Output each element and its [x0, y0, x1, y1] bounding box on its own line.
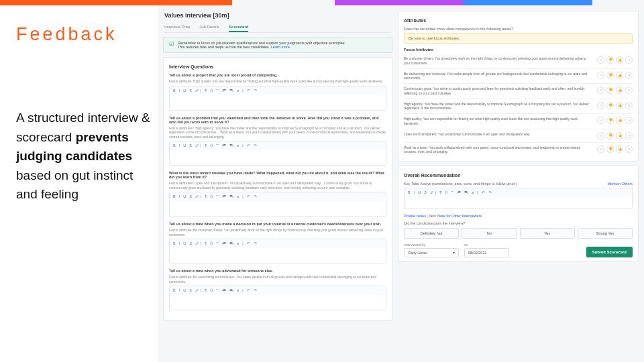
toolbar-𝒯-icon[interactable]: 𝒯	[195, 194, 197, 199]
toolbar-I-icon[interactable]: I	[179, 194, 180, 199]
toolbar-≡-icon[interactable]: ≡	[237, 194, 239, 199]
toolbar-|-icon[interactable]: |	[242, 143, 243, 148]
toolbar-¶-icon[interactable]: ¶	[205, 288, 207, 293]
rating-option[interactable]: 👍	[616, 72, 623, 79]
toolbar-¶-icon[interactable]: ¶	[439, 190, 441, 195]
toolbar-|-icon[interactable]: |	[201, 143, 201, 148]
editor-toolbar[interactable]: BIUS𝒯|¶⟨⟩“”≔≕≡|↶↷	[404, 188, 633, 197]
editor-toolbar[interactable]: BIUS𝒯|¶⟨⟩“”≔≕≡|↶↷	[169, 192, 386, 201]
toolbar-≡-icon[interactable]: ≡	[237, 288, 239, 293]
toolbar-≕-icon[interactable]: ≕	[229, 241, 233, 246]
toolbar-≡-icon[interactable]: ≡	[472, 190, 474, 195]
toolbar-U-icon[interactable]: U	[183, 288, 186, 293]
answer-editor[interactable]	[169, 295, 386, 310]
toolbar-𝒯-icon[interactable]: 𝒯	[430, 190, 432, 195]
toolbar-B-icon[interactable]: B	[173, 194, 176, 199]
toolbar-“”-icon[interactable]: “”	[216, 143, 219, 148]
tab-scorecard[interactable]: Scorecard	[229, 23, 248, 32]
toolbar-≕-icon[interactable]: ≕	[229, 194, 233, 199]
toolbar-S-icon[interactable]: S	[189, 194, 192, 199]
rating-option[interactable]: ★	[625, 132, 633, 139]
toolbar-|-icon[interactable]: |	[242, 288, 243, 293]
pass-option-definitely-not[interactable]: Definitely Not	[404, 228, 459, 239]
toolbar-↷-icon[interactable]: ↷	[254, 288, 257, 293]
answer-editor[interactable]	[169, 248, 386, 263]
toolbar-≔-icon[interactable]: ≔	[222, 288, 226, 293]
toolbar-U-icon[interactable]: U	[183, 143, 186, 148]
toolbar-↶-icon[interactable]: ↶	[247, 88, 250, 93]
toolbar-B-icon[interactable]: B	[408, 190, 411, 195]
toolbar-|-icon[interactable]: |	[201, 194, 201, 199]
rating-option[interactable]: 👎	[606, 117, 614, 124]
note-other-interviewers-link[interactable]: Note for Other Interviewers	[437, 214, 482, 218]
date-select[interactable]: 08/02/2021	[464, 248, 509, 257]
pass-option-no[interactable]: No	[462, 228, 517, 239]
toolbar-≡-icon[interactable]: ≡	[237, 88, 239, 93]
rating-option[interactable]: ⊘	[597, 145, 604, 153]
toolbar-≡-icon[interactable]: ≡	[237, 241, 239, 246]
rating-option[interactable]: ⊘	[597, 102, 604, 109]
toolbar-“”-icon[interactable]: “”	[451, 190, 453, 195]
toolbar-I-icon[interactable]: I	[179, 88, 180, 93]
rating-option[interactable]: ★	[625, 86, 633, 94]
tab-job-details[interactable]: Job Details	[199, 23, 219, 32]
toolbar-|-icon[interactable]: |	[201, 88, 201, 93]
rating-option[interactable]: 👎	[606, 145, 614, 153]
toolbar-↷-icon[interactable]: ↷	[254, 194, 257, 199]
toolbar-¶-icon[interactable]: ¶	[205, 194, 207, 199]
toolbar-↷-icon[interactable]: ↷	[254, 88, 257, 93]
rating-option[interactable]: 👎	[606, 72, 614, 79]
toolbar-⟨⟩-icon[interactable]: ⟨⟩	[210, 241, 213, 246]
toolbar-¶-icon[interactable]: ¶	[205, 241, 207, 246]
rating-option[interactable]: 👎	[606, 86, 614, 94]
rating-option[interactable]: ⊘	[597, 117, 604, 124]
toolbar-I-icon[interactable]: I	[179, 241, 180, 246]
rating-option[interactable]: ★	[625, 117, 633, 124]
toolbar-S-icon[interactable]: S	[424, 190, 427, 195]
toolbar-↶-icon[interactable]: ↶	[482, 190, 485, 195]
toolbar-𝒯-icon[interactable]: 𝒯	[195, 288, 197, 293]
toolbar-⟨⟩-icon[interactable]: ⟨⟩	[210, 143, 213, 148]
toolbar-≔-icon[interactable]: ≔	[222, 88, 226, 93]
toolbar-𝒯-icon[interactable]: 𝒯	[195, 241, 197, 246]
rating-option[interactable]: 👎	[606, 56, 614, 64]
toolbar-¶-icon[interactable]: ¶	[205, 88, 207, 93]
pass-option-strong-yes[interactable]: Strong Yes	[578, 228, 633, 239]
toolbar-“”-icon[interactable]: “”	[216, 88, 219, 93]
toolbar-S-icon[interactable]: S	[189, 288, 192, 293]
rating-option[interactable]: ⊘	[597, 72, 604, 79]
answer-editor[interactable]	[169, 150, 386, 166]
toolbar-↷-icon[interactable]: ↷	[254, 143, 257, 148]
toolbar-“”-icon[interactable]: “”	[216, 241, 219, 246]
rating-option[interactable]: 👍	[616, 86, 623, 94]
toolbar-U-icon[interactable]: U	[183, 194, 186, 199]
toolbar-≔-icon[interactable]: ≔	[222, 241, 226, 246]
toolbar-≡-icon[interactable]: ≡	[237, 143, 239, 148]
learn-more-link[interactable]: Learn more	[271, 45, 290, 49]
toolbar-B-icon[interactable]: B	[173, 288, 176, 293]
rating-option[interactable]: 👎	[606, 102, 614, 109]
toolbar-|-icon[interactable]: |	[242, 88, 243, 93]
toolbar-↷-icon[interactable]: ↷	[488, 190, 492, 195]
toolbar-“”-icon[interactable]: “”	[216, 194, 219, 199]
toolbar-≔-icon[interactable]: ≔	[222, 194, 226, 199]
toolbar-|-icon[interactable]: |	[201, 241, 201, 246]
toolbar-U-icon[interactable]: U	[418, 190, 421, 195]
toolbar-≔-icon[interactable]: ≔	[457, 190, 461, 195]
rating-option[interactable]: ★	[625, 56, 633, 64]
toolbar-I-icon[interactable]: I	[179, 288, 180, 293]
toolbar-≔-icon[interactable]: ≔	[222, 143, 226, 148]
rating-option[interactable]: ★	[625, 145, 633, 153]
toolbar-“”-icon[interactable]: “”	[216, 288, 219, 293]
answer-editor[interactable]	[169, 201, 386, 217]
toolbar-⟨⟩-icon[interactable]: ⟨⟩	[210, 288, 213, 293]
rating-option[interactable]: ★	[625, 72, 633, 79]
editor-toolbar[interactable]: BIUS𝒯|¶⟨⟩“”≔≕≡|↶↷	[169, 141, 386, 150]
toolbar-↶-icon[interactable]: ↶	[247, 288, 250, 293]
toolbar-↶-icon[interactable]: ↶	[247, 194, 250, 199]
rating-option[interactable]: ⊘	[597, 132, 604, 139]
tab-interview-prep[interactable]: Interview Prep	[164, 23, 190, 32]
toolbar-S-icon[interactable]: S	[189, 88, 192, 93]
toolbar-I-icon[interactable]: I	[414, 190, 415, 195]
rating-option[interactable]: ⊘	[597, 86, 604, 94]
